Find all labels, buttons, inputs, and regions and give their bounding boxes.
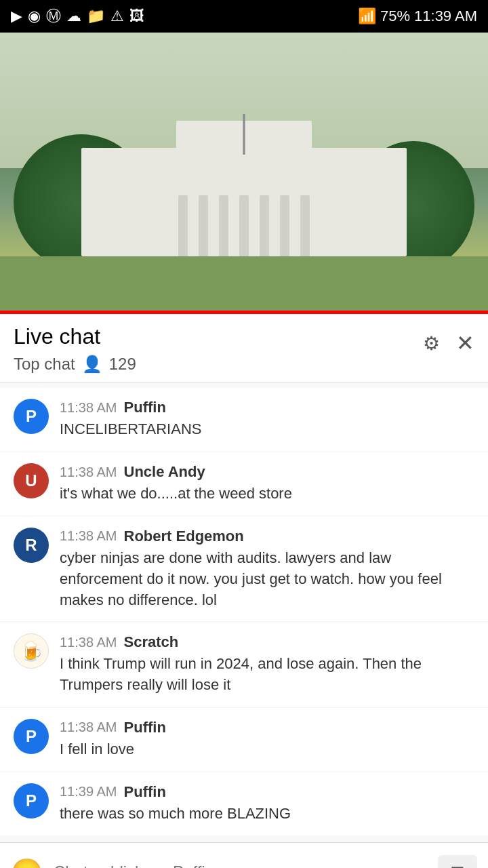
message-time: 11:38 AM (60, 528, 117, 544)
message-author: Puffin (124, 719, 166, 736)
status-notifications: ▶ ◉ Ⓜ ☁ 📁 ⚠ 🖼 (11, 6, 144, 26)
chat-message: U11:38 AMUncle Andyit's what we do.....a… (0, 452, 488, 515)
emoji-button[interactable]: 😐 (11, 857, 43, 868)
avatar: P (14, 399, 49, 434)
chat-message: R11:38 AMRobert Edgemoncyber ninjas are … (0, 517, 488, 621)
video-player[interactable] (0, 33, 488, 311)
avatar: U (14, 463, 49, 498)
chat-sub-info[interactable]: Top chat 👤 129 (14, 349, 136, 382)
live-chat-title: Live chat (14, 323, 136, 349)
app-icon-3: Ⓜ (46, 6, 61, 26)
time-text: 11:39 AM (414, 7, 477, 25)
chat-messages-list: P11:38 AMPuffinINCELIBERTARIANSU11:38 AM… (0, 382, 488, 842)
message-time: 11:38 AM (60, 635, 117, 650)
people-icon: 👤 (82, 355, 102, 374)
message-author: Puffin (124, 399, 166, 416)
message-text: INCELIBERTARIANS (60, 419, 474, 440)
avatar: R (14, 528, 49, 563)
chat-message: P11:39 AMPuffinthere was so much more BL… (0, 772, 488, 835)
filter-icon[interactable]: ⚙ (423, 332, 440, 355)
chat-input[interactable] (54, 863, 427, 868)
status-info: 📶 75% 11:39 AM (358, 7, 477, 25)
app-icon-7: 🖼 (129, 7, 144, 25)
message-content: 11:38 AMScratchI think Trump will run in… (60, 633, 474, 696)
message-author: Scratch (124, 633, 179, 651)
message-time: 11:38 AM (60, 400, 117, 416)
message-content: 11:38 AMUncle Andyit's what we do.....at… (60, 463, 474, 505)
message-time: 11:38 AM (60, 465, 117, 480)
chat-message: P11:38 AMPuffinINCELIBERTARIANS (0, 388, 488, 451)
message-author: Puffin (124, 783, 166, 801)
message-content: 11:38 AMPuffinINCELIBERTARIANS (60, 399, 474, 440)
send-button[interactable]: ⊞ (438, 855, 477, 868)
message-content: 11:38 AMPuffinI fell in love (60, 719, 474, 760)
message-text: it's what we do.....at the weed store (60, 484, 474, 505)
message-text: I think Trump will run in 2024, and lose… (60, 654, 474, 696)
chat-message: 🍺11:38 AMScratchI think Trump will run i… (0, 623, 488, 707)
close-icon[interactable]: ✕ (456, 330, 474, 356)
chat-header: Live chat Top chat 👤 129 ⚙ ✕ (0, 314, 488, 382)
avatar: 🍺 (14, 633, 49, 669)
battery-text: 75% (380, 7, 410, 25)
message-content: 11:39 AMPuffinthere was so much more BLA… (60, 783, 474, 825)
app-icon-6: ⚠ (110, 7, 124, 25)
message-text: I fell in love (60, 739, 474, 760)
send-icon: ⊞ (450, 862, 465, 868)
chat-header-actions: ⚙ ✕ (423, 323, 474, 356)
avatar: P (14, 719, 49, 754)
app-icon-5: 📁 (87, 7, 105, 25)
avatar: P (14, 783, 49, 818)
wifi-icon: 📶 (358, 7, 376, 25)
youtube-icon: ▶ (11, 7, 22, 25)
message-author: Robert Edgemon (124, 528, 244, 545)
message-time: 11:39 AM (60, 784, 117, 800)
app-icon-2: ◉ (28, 7, 41, 25)
chat-input-bar: 😐 ⊞ (0, 842, 488, 868)
app-icon-4: ☁ (66, 7, 81, 25)
status-bar: ▶ ◉ Ⓜ ☁ 📁 ⚠ 🖼 📶 75% 11:39 AM (0, 0, 488, 33)
viewer-count: 129 (109, 355, 136, 374)
chat-message: P11:38 AMPuffinI fell in love (0, 708, 488, 771)
message-text: there was so much more BLAZING (60, 804, 474, 825)
message-time: 11:38 AM (60, 719, 117, 735)
chat-header-info: Live chat Top chat 👤 129 (14, 323, 136, 382)
message-text: cyber ninjas are done with audits. lawye… (60, 548, 474, 610)
message-author: Uncle Andy (124, 463, 205, 481)
top-chat-label: Top chat (14, 355, 75, 374)
message-content: 11:38 AMRobert Edgemoncyber ninjas are d… (60, 528, 474, 610)
